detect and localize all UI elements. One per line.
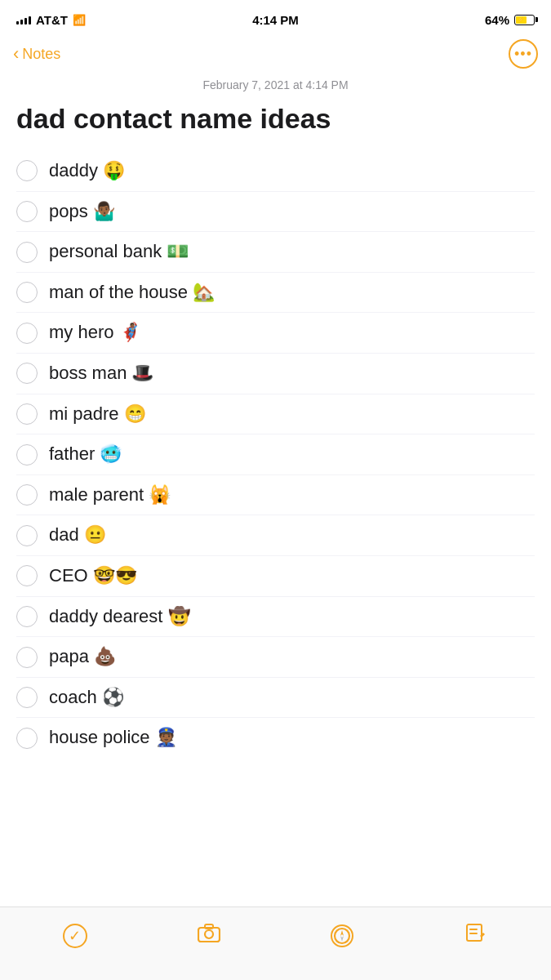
signal-bar-2	[20, 20, 23, 24]
edit-button[interactable]	[458, 918, 494, 954]
checkbox[interactable]	[16, 525, 38, 546]
status-right: 64% ⚡	[485, 13, 535, 27]
item-label: CEO 🤓😎	[49, 564, 137, 588]
back-chevron-icon: ‹	[13, 45, 19, 63]
bottom-toolbar: ✓	[0, 906, 551, 980]
list-item: daddy 🤑	[16, 151, 535, 192]
checkbox[interactable]	[16, 647, 38, 668]
item-label: dad 😐	[49, 523, 106, 547]
list-item: father 🥶	[16, 434, 535, 475]
signal-bars	[16, 15, 31, 24]
item-label: my hero 🦸🏾	[49, 321, 141, 345]
checkbox[interactable]	[16, 484, 38, 506]
item-label: daddy dearest 🤠	[49, 605, 190, 629]
list-item: CEO 🤓😎	[16, 556, 535, 597]
camera-icon	[198, 924, 220, 948]
list-item: papa 💩	[16, 637, 535, 678]
item-label: daddy 🤑	[49, 159, 125, 183]
battery-icon: ⚡	[514, 15, 535, 25]
checklist: daddy 🤑pops 🤷🏾‍♂️personal bank 💵man of t…	[16, 151, 535, 758]
back-label: Notes	[22, 46, 60, 63]
item-label: pops 🤷🏾‍♂️	[49, 200, 115, 224]
note-date: February 7, 2021 at 4:14 PM	[16, 78, 535, 91]
checkbox[interactable]	[16, 160, 38, 181]
svg-point-1	[205, 930, 213, 938]
item-label: coach ⚽	[49, 686, 124, 710]
svg-marker-5	[340, 936, 344, 942]
checkbox[interactable]	[16, 282, 38, 303]
list-item: house police 👮🏾	[16, 718, 535, 758]
checkbox[interactable]	[16, 565, 38, 586]
camera-button[interactable]	[191, 918, 227, 954]
checkbox[interactable]	[16, 242, 38, 263]
checkbox[interactable]	[16, 687, 38, 708]
battery-percent: 64%	[485, 13, 509, 27]
checkbox[interactable]	[16, 403, 38, 425]
item-label: house police 👮🏾	[49, 726, 177, 750]
item-label: father 🥶	[49, 443, 122, 466]
item-label: boss man 🎩	[49, 362, 154, 385]
list-item: dad 😐	[16, 515, 535, 556]
carrier-label: AT&T	[36, 13, 68, 27]
svg-marker-4	[340, 930, 344, 936]
item-label: man of the house 🏡	[49, 281, 215, 305]
signal-bar-4	[29, 16, 31, 24]
more-options-button[interactable]: •••	[509, 39, 538, 69]
nav-bar: ‹ Notes •••	[0, 36, 551, 75]
signal-bar-3	[24, 18, 27, 24]
battery-body: ⚡	[514, 15, 535, 25]
status-bar: AT&T 📶 4:14 PM 64% ⚡	[0, 0, 551, 36]
checkbox[interactable]	[16, 323, 38, 344]
ellipsis-icon: •••	[514, 47, 532, 61]
signal-bar-1	[16, 21, 19, 24]
check-button[interactable]: ✓	[57, 918, 93, 954]
checkbox[interactable]	[16, 728, 38, 749]
note-title: dad contact name ideas	[16, 103, 535, 135]
pencil-icon	[465, 923, 487, 949]
item-label: mi padre 😁	[49, 403, 146, 426]
compass-button[interactable]	[324, 918, 360, 954]
svg-rect-2	[205, 924, 213, 929]
time-label: 4:14 PM	[252, 13, 299, 27]
list-item: man of the house 🏡	[16, 273, 535, 314]
list-item: coach ⚽	[16, 678, 535, 719]
list-item: my hero 🦸🏾	[16, 313, 535, 354]
check-icon: ✓	[63, 924, 87, 948]
battery-bolt: ⚡	[518, 16, 525, 23]
list-item: personal bank 💵	[16, 232, 535, 273]
item-label: male parent 🙀	[49, 483, 171, 507]
list-item: pops 🤷🏾‍♂️	[16, 192, 535, 233]
checkbox[interactable]	[16, 444, 38, 466]
list-item: daddy dearest 🤠	[16, 597, 535, 638]
back-button[interactable]: ‹ Notes	[13, 45, 60, 63]
battery-fill: ⚡	[516, 16, 527, 24]
wifi-icon: 📶	[73, 14, 86, 26]
checkbox[interactable]	[16, 606, 38, 627]
compass-icon	[331, 924, 353, 947]
list-item: mi padre 😁	[16, 394, 535, 435]
checkbox[interactable]	[16, 363, 38, 384]
list-item: boss man 🎩	[16, 354, 535, 394]
list-item: male parent 🙀	[16, 475, 535, 516]
item-label: papa 💩	[49, 645, 116, 669]
item-label: personal bank 💵	[49, 240, 189, 264]
note-content: February 7, 2021 at 4:14 PM dad contact …	[0, 78, 551, 856]
status-left: AT&T 📶	[16, 13, 86, 27]
checkbox[interactable]	[16, 201, 38, 222]
